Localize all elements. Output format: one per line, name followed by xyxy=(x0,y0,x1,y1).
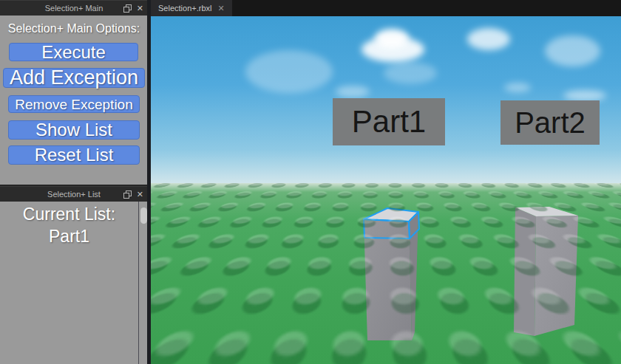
panel-title: Selection+ List xyxy=(47,190,101,199)
float-window-icon[interactable] xyxy=(123,4,132,13)
tab-label: Selection+.rbxl xyxy=(158,4,211,13)
part2-3d[interactable] xyxy=(514,207,578,336)
panel-title: Selection+ Main xyxy=(45,4,104,13)
left-dock: Selection+ Main ✕ Selection+ Main Option… xyxy=(0,0,148,364)
parts-layer xyxy=(151,16,621,364)
part1-3d[interactable] xyxy=(364,208,419,340)
part2-billboard-label: Part2 xyxy=(515,106,586,140)
current-list-label: Current List: xyxy=(0,205,138,224)
selection-main-body: Selection+ Main Options: Execute Add Exc… xyxy=(0,16,148,185)
float-window-icon[interactable] xyxy=(123,190,132,199)
part1-billboard: Part1 xyxy=(333,98,445,145)
part2-billboard: Part2 xyxy=(500,100,600,145)
selection-list-titlebar[interactable]: Selection+ List ✕ xyxy=(0,186,148,202)
show-list-button[interactable]: Show List xyxy=(8,120,140,140)
selection-main-panel: Selection+ Main ✕ Selection+ Main Option… xyxy=(0,0,148,185)
selection-list-body: Current List: Part1 xyxy=(0,202,148,364)
close-icon[interactable]: ✕ xyxy=(137,190,143,199)
add-exception-button[interactable]: Add Exception xyxy=(3,68,145,88)
close-icon[interactable]: ✕ xyxy=(137,4,143,13)
3d-viewport[interactable]: Part1 Part2 xyxy=(151,16,621,364)
remove-exception-button[interactable]: Remove Exception xyxy=(8,95,140,113)
document-tabbar: Selection+.rbxl ✕ xyxy=(151,0,621,16)
current-list-item: Part1 xyxy=(0,227,138,247)
document-area: Selection+.rbxl ✕ xyxy=(151,0,621,364)
part1-billboard-label: Part1 xyxy=(352,104,426,140)
roblox-studio-window: Selection+ Main ✕ Selection+ Main Option… xyxy=(0,0,621,364)
reset-list-button[interactable]: Reset List xyxy=(8,145,140,165)
tab-close-icon[interactable]: ✕ xyxy=(217,4,224,13)
execute-button[interactable]: Execute xyxy=(9,43,138,61)
main-options-heading: Selection+ Main Options: xyxy=(0,22,148,35)
selection-list-panel: Selection+ List ✕ Current List: Part1 xyxy=(0,186,148,364)
scrollbar-thumb[interactable] xyxy=(140,207,147,224)
tab-selection-rbxl[interactable]: Selection+.rbxl ✕ xyxy=(151,0,232,16)
selection-main-titlebar[interactable]: Selection+ Main ✕ xyxy=(0,0,148,16)
